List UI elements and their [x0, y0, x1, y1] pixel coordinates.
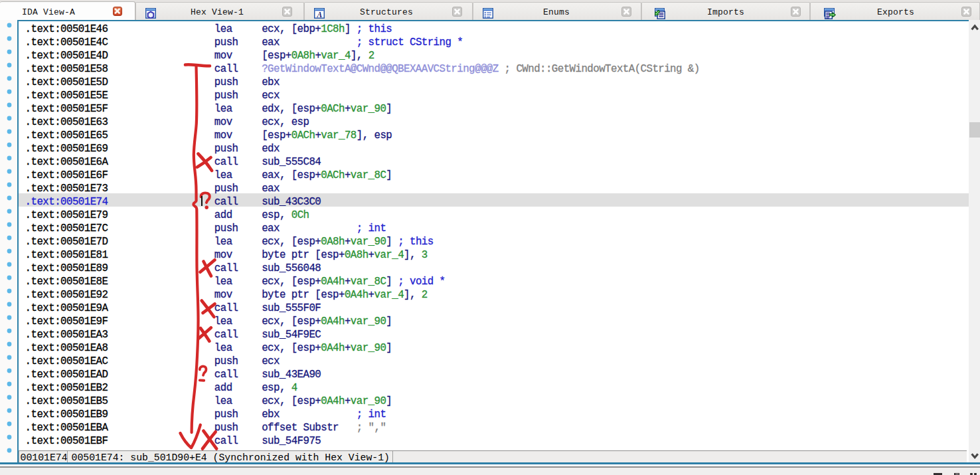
svg-text:A: A — [316, 11, 322, 19]
